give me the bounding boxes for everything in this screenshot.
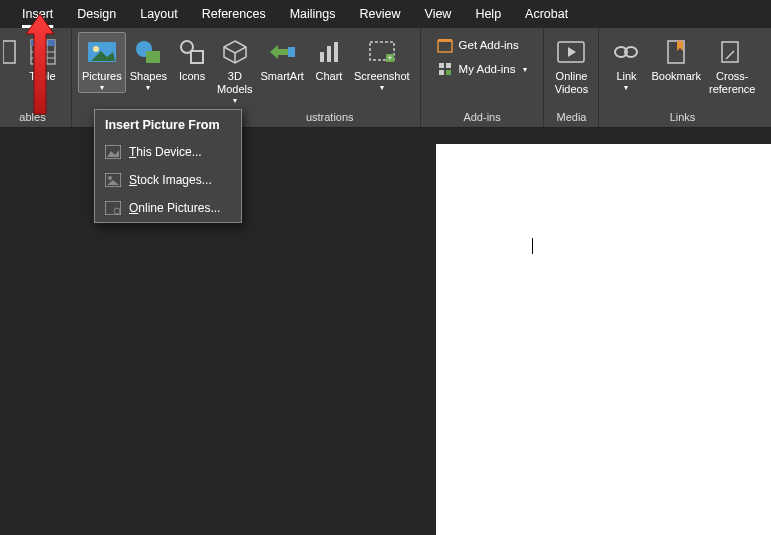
group-addins-label: Add-ins xyxy=(427,109,538,127)
svg-rect-25 xyxy=(438,39,452,42)
device-picture-icon xyxy=(105,144,121,160)
video-icon xyxy=(557,36,585,68)
svg-marker-38 xyxy=(107,150,119,157)
popup-online-pictures[interactable]: Online Pictures... xyxy=(95,194,241,222)
chevron-down-icon: ▾ xyxy=(380,84,384,92)
svg-rect-13 xyxy=(191,51,203,63)
tab-design[interactable]: Design xyxy=(65,0,128,28)
link-icon xyxy=(613,36,639,68)
pictures-label: Pictures xyxy=(82,70,122,83)
pictures-button[interactable]: Pictures ▾ xyxy=(78,32,126,93)
table-label: Table xyxy=(29,70,55,83)
shapes-icon xyxy=(134,36,162,68)
chevron-down-icon: ▾ xyxy=(233,97,237,105)
store-icon xyxy=(437,37,453,53)
svg-rect-28 xyxy=(439,70,444,75)
svg-marker-35 xyxy=(677,41,683,51)
3d-models-label: 3D Models xyxy=(217,70,252,96)
tab-insert[interactable]: Insert xyxy=(10,0,65,28)
group-tables-label: ables xyxy=(0,109,65,127)
get-addins-button[interactable]: Get Add-ins xyxy=(431,34,534,56)
chevron-down-icon: ▾ xyxy=(41,84,45,92)
svg-rect-11 xyxy=(146,51,160,63)
chevron-down-icon: ▾ xyxy=(100,84,104,92)
shapes-label: Shapes xyxy=(130,70,167,83)
svg-rect-18 xyxy=(320,52,324,62)
smartart-label: SmartArt xyxy=(261,70,304,83)
svg-rect-2 xyxy=(31,40,55,46)
svg-rect-20 xyxy=(334,42,338,62)
cover-page-button[interactable] xyxy=(2,32,22,68)
cross-reference-button[interactable]: Cross- reference xyxy=(705,32,759,96)
svg-point-43 xyxy=(114,208,120,214)
my-addins-button[interactable]: My Add-ins ▾ xyxy=(431,58,534,80)
table-icon xyxy=(30,36,56,68)
shapes-button[interactable]: Shapes ▾ xyxy=(126,32,171,92)
svg-marker-41 xyxy=(107,180,119,185)
tab-view[interactable]: View xyxy=(413,0,464,28)
tab-review[interactable]: Review xyxy=(348,0,413,28)
svg-point-40 xyxy=(108,176,112,180)
table-button[interactable]: Table ▾ xyxy=(22,32,64,92)
icons-icon xyxy=(179,36,205,68)
smartart-icon xyxy=(268,36,296,68)
smartart-button[interactable]: SmartArt xyxy=(257,32,308,83)
svg-rect-17 xyxy=(288,47,295,57)
link-button[interactable]: Link ▾ xyxy=(605,32,647,92)
svg-rect-24 xyxy=(438,41,452,52)
svg-text:+: + xyxy=(387,53,392,63)
svg-marker-16 xyxy=(270,45,288,59)
icons-label: Icons xyxy=(179,70,205,83)
tab-acrobat[interactable]: Acrobat xyxy=(513,0,580,28)
cross-reference-label: Cross- reference xyxy=(709,70,755,96)
popup-this-device[interactable]: This Device... xyxy=(95,138,241,166)
popup-stock-images[interactable]: Stock Images... xyxy=(95,166,241,194)
tab-strip: Insert Design Layout References Mailings… xyxy=(0,0,771,28)
3d-models-button[interactable]: 3D Models ▾ xyxy=(213,32,256,105)
group-links-label: Links xyxy=(605,109,759,127)
popup-stock-images-label: Stock Images... xyxy=(129,173,212,187)
bookmark-button[interactable]: Bookmark xyxy=(647,32,705,83)
pictures-icon xyxy=(87,36,117,68)
svg-rect-26 xyxy=(439,63,444,68)
online-videos-label: Online Videos xyxy=(555,70,588,96)
screenshot-button[interactable]: + Screenshot ▾ xyxy=(350,32,414,92)
addins-icon xyxy=(437,61,453,77)
popup-this-device-label: This Device... xyxy=(129,145,202,159)
bookmark-label: Bookmark xyxy=(651,70,701,83)
group-addins: Get Add-ins My Add-ins ▾ Add-ins xyxy=(421,28,545,127)
stock-images-icon xyxy=(105,172,121,188)
chart-icon xyxy=(317,36,341,68)
my-addins-label: My Add-ins xyxy=(459,63,516,75)
tab-help[interactable]: Help xyxy=(463,0,513,28)
svg-rect-0 xyxy=(3,41,15,63)
svg-rect-19 xyxy=(327,46,331,62)
popup-online-pictures-label: Online Pictures... xyxy=(129,201,220,215)
chevron-down-icon: ▾ xyxy=(523,65,527,74)
chart-button[interactable]: Chart xyxy=(308,32,350,83)
online-videos-button[interactable]: Online Videos xyxy=(550,32,592,96)
cross-reference-icon xyxy=(720,36,744,68)
group-media: Online Videos Media xyxy=(544,28,599,127)
document-page[interactable] xyxy=(436,144,771,535)
icons-button[interactable]: Icons xyxy=(171,32,213,83)
svg-marker-31 xyxy=(568,47,576,57)
group-tables: Table ▾ ables xyxy=(0,28,72,127)
tab-references[interactable]: References xyxy=(190,0,278,28)
cube-icon xyxy=(222,36,248,68)
bookmark-icon xyxy=(666,36,686,68)
link-label: Link xyxy=(616,70,636,83)
chevron-down-icon: ▾ xyxy=(146,84,150,92)
tab-layout[interactable]: Layout xyxy=(128,0,190,28)
group-media-label: Media xyxy=(550,109,592,127)
tab-mailings[interactable]: Mailings xyxy=(278,0,348,28)
chevron-down-icon: ▾ xyxy=(624,84,628,92)
text-cursor xyxy=(532,238,533,254)
popup-header: Insert Picture From xyxy=(95,110,241,138)
group-links: Link ▾ Bookmark xyxy=(599,28,765,127)
get-addins-label: Get Add-ins xyxy=(459,39,519,51)
pictures-dropdown: Insert Picture From This Device... Stock… xyxy=(94,109,242,223)
screenshot-icon: + xyxy=(368,36,396,68)
online-pictures-icon xyxy=(105,200,121,216)
svg-rect-27 xyxy=(446,63,451,68)
